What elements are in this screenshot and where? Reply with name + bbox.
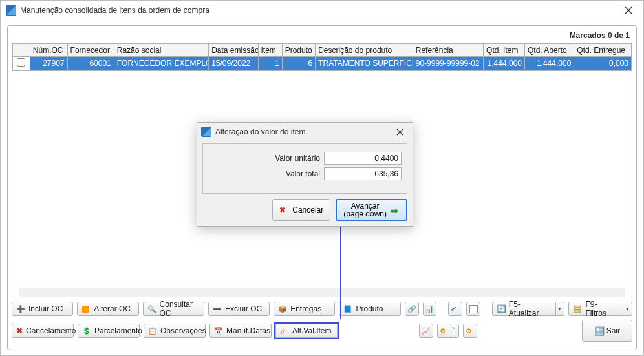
main-window: Manutenção consolidada de itens da ordem… xyxy=(0,0,644,356)
cell-ref: 90-9999-99999-02 xyxy=(413,57,483,70)
dialog-close-button[interactable] xyxy=(391,124,409,140)
dialog-titlebar: Alteração do valor do item xyxy=(197,123,413,141)
cell-qent: 0,000 xyxy=(574,57,632,70)
excluir-oc-button[interactable]: Excluir OC xyxy=(208,302,270,316)
row-checkbox-cell[interactable] xyxy=(13,57,30,70)
observacoes-button[interactable]: Observações xyxy=(144,324,206,338)
alt-val-item-button[interactable]: Alt.Val.Item xyxy=(275,324,338,338)
refresh-dropdown[interactable] xyxy=(556,302,565,316)
arrow-right-icon xyxy=(391,205,400,215)
excel-button[interactable] xyxy=(423,302,437,316)
dialog-title: Alteração do valor do item xyxy=(215,127,391,136)
close-icon xyxy=(625,6,632,14)
row-checkbox[interactable] xyxy=(17,58,25,67)
col-qitem[interactable]: Qtd. Item xyxy=(484,44,525,57)
col-qaberto[interactable]: Qtd. Aberto xyxy=(525,44,574,57)
col-razao[interactable]: Razão social xyxy=(114,44,208,57)
col-data[interactable]: Data emissão xyxy=(209,44,258,57)
parcelamento-button[interactable]: Parcelamento xyxy=(78,324,140,338)
label: Alt.Val.Item xyxy=(292,326,331,335)
consultar-oc-button[interactable]: Consultar OC xyxy=(143,302,204,316)
check-all-button[interactable] xyxy=(448,302,462,316)
cell-qitem: 1.444,000 xyxy=(484,57,525,70)
cancel-icon xyxy=(279,205,288,215)
incluir-oc-button[interactable]: Incluir OC xyxy=(12,302,73,316)
col-ref[interactable]: Referência xyxy=(413,44,483,57)
close-button[interactable] xyxy=(614,1,643,20)
filters-dropdown[interactable] xyxy=(623,302,632,316)
col-item[interactable]: Item xyxy=(258,44,282,57)
misc-button[interactable] xyxy=(437,324,451,338)
titlebar: Manutenção consolidada de itens da ordem… xyxy=(1,1,643,20)
col-numoc[interactable]: Núm.OC xyxy=(30,44,67,57)
cancelamento-button[interactable]: Cancelamento xyxy=(12,324,74,338)
label: F5-Atualizar xyxy=(509,300,550,318)
refresh-split-button[interactable]: F5-Atualizar xyxy=(492,302,565,316)
search-icon xyxy=(147,304,156,313)
label: Avançar (page down) xyxy=(343,202,387,218)
window-title: Manutenção consolidada de itens da ordem… xyxy=(20,6,614,15)
plus-icon xyxy=(16,304,25,313)
dialog-cancel-button[interactable]: Cancelar xyxy=(272,199,330,221)
excel-icon xyxy=(425,304,434,313)
cell-data: 15/09/2022 xyxy=(209,57,258,70)
filters-split-button[interactable]: F9-Filtros xyxy=(568,302,632,316)
col-desc[interactable]: Descrição do produto xyxy=(316,44,413,57)
alterar-oc-button[interactable]: Alterar OC xyxy=(77,302,138,316)
entregas-button[interactable]: Entregas xyxy=(274,302,335,316)
minus-icon xyxy=(213,304,222,313)
toolbar: Incluir OC Alterar OC Consultar OC Exclu… xyxy=(12,302,632,346)
label: Manut.Datas xyxy=(226,326,270,335)
dialog-app-icon xyxy=(201,127,211,137)
money-icon xyxy=(82,326,91,335)
annotation-line xyxy=(340,219,341,319)
cell-qabr: 1.444,000 xyxy=(525,57,574,70)
label: Excluir OC xyxy=(225,304,262,313)
grid-header-row: Núm.OC Fornecedor Razão social Data emis… xyxy=(13,44,632,57)
gear2-icon xyxy=(440,326,449,335)
label: Observações xyxy=(160,326,206,335)
produto-button[interactable]: Produto xyxy=(339,302,400,316)
manut-datas-button[interactable]: Manut.Datas xyxy=(209,324,272,338)
clipboard-icon xyxy=(148,326,157,335)
unit-value-input[interactable] xyxy=(324,152,402,165)
marked-count-label: Marcados 0 de 1 xyxy=(12,31,630,40)
cell-forn: 60001 xyxy=(67,57,114,70)
check-icon xyxy=(451,304,460,313)
label: Cancelar xyxy=(292,205,323,215)
empty-checkbox-icon xyxy=(469,305,478,313)
cell-razao: FORNECEDOR EXEMPLO 5 xyxy=(114,57,208,70)
cell-prod: 6 xyxy=(282,57,316,70)
col-forn[interactable]: Fornecedor xyxy=(67,44,114,57)
link-button[interactable] xyxy=(405,302,419,316)
dialog-body: Valor unitário Valor total xyxy=(202,143,407,194)
label: F9-Filtros xyxy=(585,300,617,318)
unit-value-label: Valor unitário xyxy=(275,154,320,163)
table-row[interactable]: 27907 60001 FORNECEDOR EXEMPLO 5 15/09/2… xyxy=(13,57,632,70)
cell-numoc: 27907 xyxy=(30,57,67,70)
cell-item: 1 xyxy=(258,57,282,70)
chart-button[interactable] xyxy=(419,324,433,338)
label: Incluir OC xyxy=(28,304,63,313)
label: Sair xyxy=(606,326,620,335)
box-icon xyxy=(81,304,91,313)
uncheck-all-button[interactable] xyxy=(466,302,480,316)
dialog-advance-button[interactable]: Avançar (page down) xyxy=(336,199,407,221)
grid: Núm.OC Fornecedor Razão social Data emis… xyxy=(12,43,632,71)
col-check[interactable] xyxy=(13,44,30,57)
close-icon xyxy=(396,129,403,136)
alter-value-dialog: Alteração do valor do item Valor unitári… xyxy=(197,122,413,227)
col-qentr[interactable]: Qtd. Entregue xyxy=(574,44,632,57)
product-icon xyxy=(343,304,352,313)
package-icon xyxy=(278,304,287,313)
chain-icon xyxy=(407,304,416,313)
sair-button[interactable]: Sair xyxy=(582,320,632,342)
total-value-label: Valor total xyxy=(286,169,320,178)
exit-icon xyxy=(594,326,603,335)
col-prod[interactable]: Produto xyxy=(282,44,316,57)
refresh-icon xyxy=(497,304,506,313)
total-value-input[interactable] xyxy=(324,167,402,180)
gear-button[interactable] xyxy=(463,324,477,338)
horizontal-scrollbar[interactable] xyxy=(19,288,625,297)
edit-icon xyxy=(280,326,289,335)
